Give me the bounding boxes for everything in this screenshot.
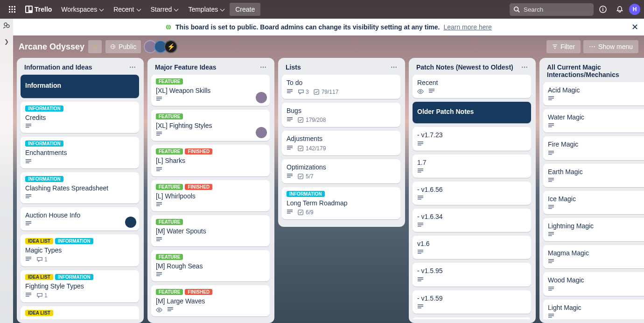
card[interactable]: INFORMATIONClashing Rates Spreadsheet (21, 172, 139, 204)
label-idea[interactable]: IDEA LIST (25, 310, 53, 316)
card[interactable]: Fire Magic (543, 136, 644, 160)
card[interactable]: Lightning Magic (543, 218, 644, 241)
card[interactable]: Light Magic (543, 300, 644, 320)
card[interactable]: FEATURE[M] Rough Seas (151, 250, 270, 281)
card[interactable]: Magma Magic (543, 245, 644, 268)
user-avatar[interactable]: H (629, 4, 640, 15)
card[interactable]: - v1.5.59 (413, 290, 531, 314)
description-icon (287, 146, 293, 151)
label-info[interactable]: INFORMATION (55, 274, 93, 280)
card[interactable]: - v1.6.56 (413, 182, 531, 205)
card[interactable]: Adjustments 142/179 (282, 131, 400, 155)
dots-icon: ⋯ (589, 43, 595, 50)
label-info[interactable]: INFORMATION (287, 191, 325, 197)
label-info[interactable]: INFORMATION (25, 140, 63, 147)
card[interactable]: INFORMATIONCredits (21, 102, 139, 133)
board-title[interactable]: Arcane Odyssey (19, 42, 84, 52)
info-button[interactable]: i (595, 2, 610, 17)
workspace-icon[interactable] (2, 21, 11, 30)
card[interactable]: Ice Magic (543, 191, 644, 214)
card[interactable]: - v1.5.95 (413, 263, 531, 286)
member-avatar[interactable] (256, 92, 267, 103)
card[interactable]: FEATUREFINISHED[M] Large Waves (151, 285, 270, 316)
card[interactable]: Bugs 179/208 (282, 103, 400, 127)
label-info[interactable]: INFORMATION (25, 105, 63, 112)
create-button[interactable]: Create (230, 3, 260, 16)
list-title[interactable]: Information and Ideas (24, 63, 92, 71)
card[interactable]: IDEA LISTINFORMATIONFighting Style Types… (21, 270, 139, 302)
member-avatar[interactable] (256, 127, 267, 138)
list-title[interactable]: All Current Magic Interactions/Mechanics (547, 63, 644, 78)
label-fin[interactable]: FINISHED (185, 184, 212, 190)
card[interactable]: To do 3 79/117 (282, 75, 400, 99)
label-feat[interactable]: FEATURE (156, 219, 183, 225)
nav-recent[interactable]: Recent (109, 3, 145, 16)
card[interactable]: FEATUREFINISHED[L] Whirlpools (151, 180, 270, 211)
list-title[interactable]: Lists (286, 63, 301, 71)
visibility-button[interactable]: Public (105, 40, 141, 53)
banner-link[interactable]: Learn more here (443, 23, 492, 31)
label-idea[interactable]: IDEA LIST (25, 274, 53, 280)
card[interactable]: Auction House Info (21, 207, 139, 231)
board-members[interactable]: ⚡ (147, 40, 177, 53)
card[interactable]: Water Magic (543, 109, 644, 133)
show-menu-button[interactable]: ⋯ Show menu (583, 40, 638, 53)
filter-button[interactable]: Filter (546, 40, 581, 53)
label-info[interactable]: INFORMATION (55, 238, 93, 244)
nav-workspaces[interactable]: Workspaces (56, 3, 108, 16)
card[interactable]: 1.7 (413, 154, 531, 178)
apps-menu-button[interactable] (4, 3, 21, 16)
list-menu-button[interactable]: ⋯ (260, 63, 267, 71)
card[interactable]: - v1.7.23 (413, 127, 531, 150)
svg-text:i: i (602, 7, 604, 12)
notifications-button[interactable] (612, 2, 627, 17)
label-fin[interactable]: FINISHED (185, 289, 212, 295)
board-canvas[interactable]: Information and Ideas⋯InformationINFORMA… (13, 58, 644, 323)
card[interactable]: v1.6 (413, 236, 531, 259)
card[interactable]: Earth Magic (543, 164, 644, 187)
card[interactable]: IDEA LISTStats that can be affected by a… (21, 306, 139, 319)
list-title[interactable]: Patch Notes (Newest to Oldest) (416, 63, 513, 71)
list-title[interactable]: Major Feature Ideas (155, 63, 217, 71)
card[interactable]: FEATUREFINISHED[L] Sharks (151, 145, 270, 176)
card[interactable]: INFORMATIONEnchantments (21, 137, 139, 168)
list-menu-button[interactable]: ⋯ (391, 63, 398, 71)
card-title: Magic Types (25, 246, 134, 254)
card-title: [L] Sharks (156, 156, 265, 165)
label-fin[interactable]: FINISHED (185, 148, 212, 154)
card[interactable]: INFORMATIONLong Term Roadmap 6/9 (282, 187, 400, 219)
close-icon[interactable]: ✕ (631, 22, 638, 32)
trello-logo[interactable]: Trello (21, 6, 56, 13)
nav-starred[interactable]: Starred (146, 3, 183, 16)
label-feat[interactable]: FEATURE (156, 289, 183, 295)
card[interactable]: FEATURE[M] Water Spouts (151, 215, 270, 246)
member-avatar[interactable] (125, 217, 136, 228)
card[interactable]: FEATURE[XL] Fighting Styles (151, 110, 270, 141)
label-feat[interactable]: FEATURE (156, 148, 183, 154)
label-feat[interactable]: FEATURE (156, 78, 183, 84)
list-menu-button[interactable]: ⋯ (521, 63, 528, 71)
label-feat[interactable]: FEATURE (156, 113, 183, 119)
card[interactable]: IDEA LISTINFORMATIONMagic Types 1 (21, 234, 139, 267)
nav-templates[interactable]: Templates (183, 3, 229, 16)
card[interactable]: Optimizations 5/7 (282, 159, 400, 183)
label-info[interactable]: INFORMATION (25, 176, 63, 182)
card[interactable]: Acid Magic (543, 82, 644, 105)
label-idea[interactable]: IDEA LIST (25, 238, 53, 244)
label-feat[interactable]: FEATURE (156, 184, 183, 190)
label-feat[interactable]: FEATURE (156, 254, 183, 260)
card[interactable]: Wood Magic (543, 272, 644, 295)
list-menu-button[interactable]: ⋯ (129, 63, 136, 71)
card[interactable]: - v1.6.34 (413, 209, 531, 232)
star-button[interactable]: ☆ (88, 40, 102, 53)
card[interactable]: Information (21, 75, 139, 98)
description-icon (156, 97, 162, 102)
search-input[interactable] (510, 3, 594, 16)
expand-sidebar-button[interactable]: ❯ (4, 38, 9, 45)
card[interactable]: Recent (413, 75, 531, 98)
card[interactable]: FEATURE[XL] Weapon Skills (151, 75, 270, 106)
card-badges: 179/208 (287, 117, 396, 123)
card[interactable]: - v1.5.34 (413, 317, 531, 319)
globe-icon (165, 24, 172, 30)
card[interactable]: Older Patch Notes (413, 102, 531, 123)
